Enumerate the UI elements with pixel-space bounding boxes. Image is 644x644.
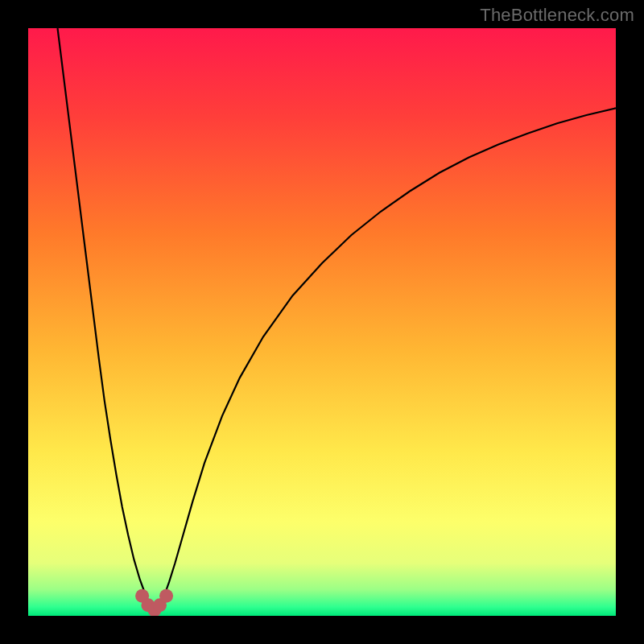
gradient-background xyxy=(28,28,616,616)
chart-svg xyxy=(28,28,616,616)
chart-frame: TheBottleneck.com xyxy=(0,0,644,644)
watermark-text: TheBottleneck.com xyxy=(480,5,634,26)
plot-area xyxy=(28,28,616,616)
curve-marker xyxy=(159,589,173,603)
